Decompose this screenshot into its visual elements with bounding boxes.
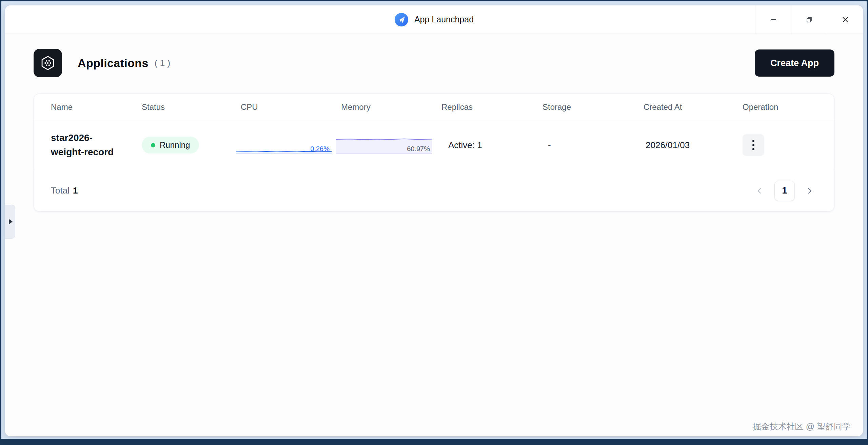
operation-cell	[743, 134, 817, 156]
window-title: App Launchpad	[414, 15, 474, 24]
column-header-replicas: Replicas	[441, 102, 542, 112]
column-header-operation: Operation	[743, 102, 817, 112]
sidebar-expand-handle[interactable]	[5, 205, 15, 239]
memory-value: 60.97%	[407, 145, 430, 153]
column-header-status: Status	[142, 102, 241, 112]
prev-page-button[interactable]	[752, 183, 767, 198]
desktop-background: App Launchpad	[1, 1, 867, 439]
replicas-value: Active: 1	[441, 140, 542, 150]
applications-count: ( 1 )	[155, 58, 170, 68]
table-row[interactable]: star2026-weight-record Running	[34, 120, 834, 170]
status-cell: Running	[142, 137, 241, 154]
restore-icon	[805, 15, 814, 24]
pagination: 1	[752, 181, 817, 201]
close-button[interactable]	[827, 5, 863, 34]
chevron-right-icon	[806, 187, 813, 195]
memory-sparkline: 60.97%	[336, 136, 432, 154]
table-footer: Total1 1	[34, 170, 834, 211]
column-header-name: Name	[51, 102, 142, 112]
cpu-value: 0.26%	[310, 145, 330, 153]
app-name: star2026-weight-record	[51, 131, 142, 159]
column-header-storage: Storage	[542, 102, 644, 112]
column-header-cpu: CPU	[241, 102, 341, 112]
table-header-row: Name Status CPU Memory Replicas Storage …	[34, 94, 834, 120]
window-controls	[755, 5, 863, 34]
total-label: Total1	[51, 185, 78, 196]
applications-icon	[34, 49, 62, 77]
content: Applications ( 1 ) Create App Name Statu…	[5, 34, 863, 436]
row-menu-button[interactable]	[743, 134, 764, 156]
titlebar: App Launchpad	[5, 5, 863, 34]
status-badge: Running	[142, 137, 199, 154]
status-label: Running	[160, 140, 190, 150]
watermark: 掘金技术社区 @ 望舒同学	[753, 421, 851, 432]
close-icon	[841, 15, 850, 24]
cpu-cell: 0.26%	[241, 136, 341, 154]
chevron-left-icon	[756, 187, 763, 195]
total-value: 1	[73, 185, 78, 196]
status-dot-icon	[151, 143, 155, 147]
cpu-sparkline: 0.26%	[236, 136, 332, 154]
restore-button[interactable]	[791, 5, 827, 34]
create-app-button[interactable]: Create App	[755, 49, 834, 77]
applications-table-card: Name Status CPU Memory Replicas Storage …	[34, 94, 834, 211]
titlebar-title: App Launchpad	[394, 13, 474, 27]
column-header-created-at: Created At	[644, 102, 743, 112]
app-launchpad-window: App Launchpad	[5, 5, 863, 436]
minimize-button[interactable]	[755, 5, 791, 34]
kebab-menu-icon	[752, 140, 754, 142]
hexagon-dots-icon	[39, 54, 57, 72]
storage-value: -	[542, 140, 644, 150]
screen: App Launchpad	[0, 0, 868, 445]
page-title: Applications	[78, 57, 149, 70]
created-at-value: 2026/01/03	[644, 140, 743, 150]
page-1-button[interactable]: 1	[774, 181, 795, 201]
next-page-button[interactable]	[802, 183, 817, 198]
memory-cell: 60.97%	[341, 136, 441, 154]
chevron-right-handle-icon	[9, 219, 13, 224]
column-header-memory: Memory	[341, 102, 441, 112]
page-header: Applications ( 1 ) Create App	[34, 34, 834, 77]
minimize-icon	[769, 15, 778, 24]
launchpad-logo-icon	[394, 13, 409, 27]
